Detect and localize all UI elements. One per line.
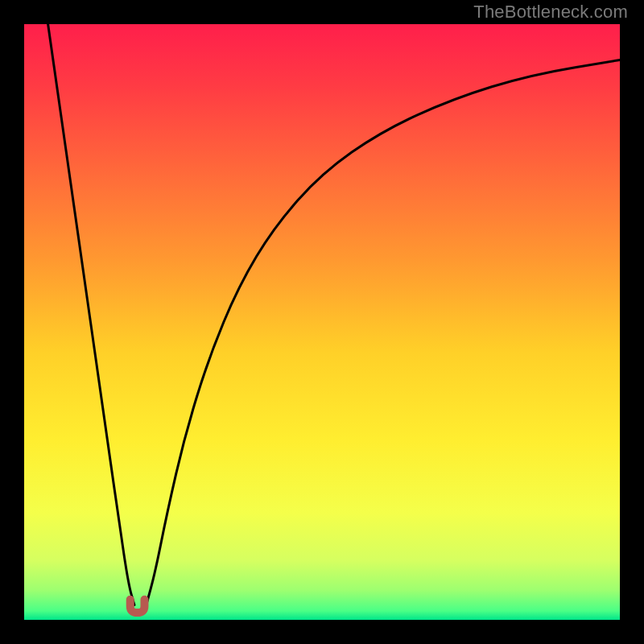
watermark-text: TheBottleneck.com [473, 2, 628, 23]
gradient-background [24, 24, 620, 620]
bottleneck-chart [0, 0, 644, 644]
chart-frame: TheBottleneck.com [0, 0, 644, 644]
